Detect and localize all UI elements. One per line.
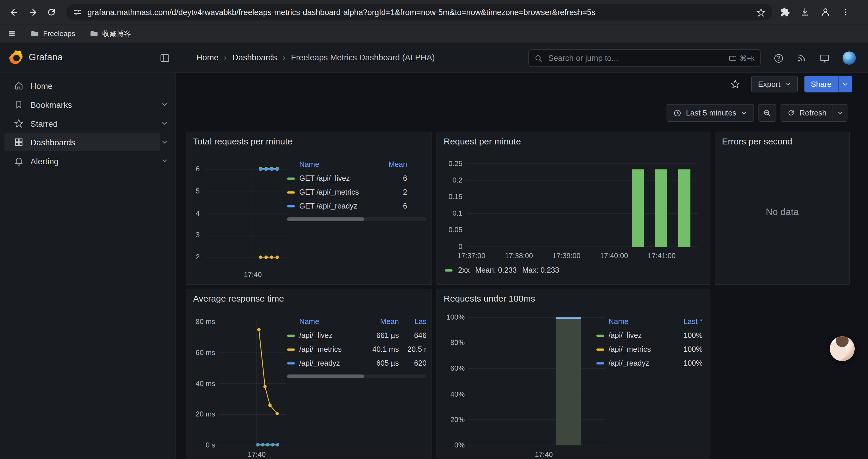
display-icon[interactable] bbox=[819, 53, 830, 64]
profile-icon[interactable] bbox=[820, 6, 831, 18]
panel-average-response-time: Average response time 80 ms60 ms40 ms20 … bbox=[186, 289, 432, 458]
panel-title[interactable]: Average response time bbox=[193, 294, 284, 304]
series-name[interactable]: /api/_livez bbox=[299, 331, 367, 340]
chevron-down-icon[interactable] bbox=[161, 138, 168, 145]
series-color-chip bbox=[596, 348, 604, 350]
sidebar: Home Bookmarks Starred bbox=[0, 73, 176, 459]
series-name[interactable]: GET /api/_metrics bbox=[299, 188, 380, 196]
chevron-down-icon bbox=[784, 80, 791, 87]
share-menu-button[interactable] bbox=[838, 76, 852, 93]
legend-header-name[interactable]: Name bbox=[596, 318, 671, 326]
legend-header-mean[interactable]: Mean bbox=[367, 318, 399, 326]
series-name[interactable]: /api/_readyz bbox=[299, 359, 367, 367]
series-mean: 40.1 ms bbox=[367, 345, 399, 353]
sidebar-item-dashboards[interactable]: Dashboards bbox=[0, 133, 176, 152]
export-button[interactable]: Export bbox=[751, 76, 797, 93]
search-input[interactable] bbox=[547, 53, 724, 63]
scrollbar-thumb[interactable] bbox=[287, 218, 364, 221]
share-button[interactable]: Share bbox=[804, 76, 838, 93]
grafana-home-link[interactable]: Grafana bbox=[9, 50, 63, 65]
series-mean: 661 µs bbox=[367, 331, 399, 340]
reload-icon[interactable] bbox=[42, 3, 61, 22]
dashboards-icon bbox=[14, 137, 24, 147]
favorite-star-icon[interactable] bbox=[730, 79, 740, 89]
sidebar-item-bookmarks[interactable]: Bookmarks bbox=[0, 95, 176, 114]
series-name[interactable]: /api/_readyz bbox=[609, 359, 671, 367]
no-data-message: No data bbox=[715, 207, 849, 218]
chevron-down-icon[interactable] bbox=[161, 157, 168, 164]
address-bar[interactable]: grafana.mathmast.com/d/deytv4rwavabkb/fr… bbox=[66, 4, 772, 21]
series-name[interactable]: /api/_livez bbox=[609, 331, 671, 340]
zoom-out-icon bbox=[763, 109, 771, 117]
series-name[interactable]: GET /api/_livez bbox=[299, 174, 380, 183]
sidebar-item-alerting[interactable]: Alerting bbox=[0, 152, 176, 170]
legend-header-name[interactable]: Name bbox=[287, 318, 367, 326]
search-box[interactable]: ⌘+k bbox=[528, 49, 761, 67]
extensions-icon[interactable] bbox=[780, 7, 790, 17]
series-mean: Mean: 0.233 bbox=[475, 266, 517, 274]
series-mean: 2 bbox=[380, 188, 407, 196]
refresh-button[interactable]: Refresh bbox=[780, 104, 833, 122]
keyboard-icon bbox=[728, 54, 737, 62]
news-rss-icon[interactable] bbox=[797, 53, 807, 63]
y-axis: 100%80%60%40%20%0% bbox=[437, 314, 465, 449]
sidebar-item-home[interactable]: Home bbox=[0, 76, 176, 95]
bar-chart bbox=[466, 161, 698, 252]
folder-icon bbox=[90, 29, 98, 38]
star-icon bbox=[14, 119, 24, 129]
zoom-out-button[interactable] bbox=[758, 104, 776, 122]
series-color-chip bbox=[287, 362, 295, 364]
series-name[interactable]: GET /api/_readyz bbox=[299, 202, 380, 210]
breadcrumb-home[interactable]: Home bbox=[196, 53, 219, 62]
legend-scrollbar[interactable] bbox=[287, 218, 427, 221]
refresh-interval-button[interactable] bbox=[833, 104, 848, 122]
site-settings-icon[interactable] bbox=[73, 8, 82, 17]
sidebar-item-starred[interactable]: Starred bbox=[0, 114, 176, 133]
chevron-down-icon[interactable] bbox=[161, 119, 168, 126]
breadcrumb-dashboards[interactable]: Dashboards bbox=[232, 53, 277, 62]
series-name[interactable]: /api/_metrics bbox=[609, 345, 671, 353]
chevron-down-icon[interactable] bbox=[161, 101, 168, 108]
legend-row: /api/_readyz 605 µs 620 bbox=[287, 356, 427, 370]
legend-scrollbar[interactable] bbox=[287, 374, 427, 379]
help-icon[interactable] bbox=[773, 53, 784, 64]
bookmark-star-icon[interactable] bbox=[756, 7, 766, 17]
legend-row: /api/_livez 661 µs 646 bbox=[287, 328, 427, 342]
apps-grid-icon[interactable] bbox=[8, 29, 16, 37]
panel-title[interactable]: Errors per second bbox=[722, 137, 793, 147]
legend-header-name[interactable]: Name bbox=[287, 160, 380, 169]
series-last: 100% bbox=[670, 359, 703, 367]
browser-menu-icon[interactable] bbox=[841, 8, 850, 17]
sidebar-toggle-icon[interactable] bbox=[159, 53, 170, 64]
time-range-picker[interactable]: Last 5 minutes bbox=[666, 104, 754, 122]
series-last: 100% bbox=[670, 331, 703, 340]
series-color-chip bbox=[287, 205, 295, 207]
legend-header-mean[interactable]: Mean bbox=[380, 160, 407, 169]
legend-header-last[interactable]: Last * bbox=[670, 318, 703, 326]
scrollbar-thumb[interactable] bbox=[287, 374, 364, 379]
panel-errors-per-second: Errors per second No data bbox=[715, 132, 850, 285]
screen: grafana.mathmast.com/d/deytv4rwavabkb/fr… bbox=[0, 0, 868, 459]
series-name[interactable]: 2xx bbox=[458, 266, 469, 274]
downloads-icon[interactable] bbox=[800, 7, 810, 17]
x-axis-tick: 17:41:00 bbox=[642, 252, 681, 260]
series-color-chip bbox=[445, 269, 452, 271]
grafana-logo-icon bbox=[9, 50, 23, 65]
legend-row: GET /api/_readyz 6 bbox=[287, 199, 427, 213]
user-avatar[interactable] bbox=[843, 52, 856, 65]
bookmark-folder-blog[interactable]: 收藏博客 bbox=[90, 28, 131, 38]
grafana-brand: Grafana bbox=[29, 52, 63, 63]
series-name[interactable]: /api/_metrics bbox=[299, 345, 367, 353]
line-chart bbox=[219, 318, 286, 451]
assistant-avatar[interactable] bbox=[830, 336, 855, 361]
panel-title[interactable]: Requests under 100ms bbox=[444, 294, 535, 304]
series-color-chip bbox=[287, 177, 295, 179]
bookmark-folder-freeleaps[interactable]: Freeleaps bbox=[30, 29, 75, 38]
legend-header-last[interactable]: Las bbox=[399, 318, 427, 326]
series-last: 620 bbox=[399, 359, 427, 367]
panel-title[interactable]: Request per minute bbox=[444, 137, 521, 147]
forward-icon[interactable] bbox=[23, 3, 42, 22]
panel-title[interactable]: Total requests per minute bbox=[193, 137, 292, 147]
back-icon[interactable] bbox=[4, 3, 23, 22]
legend-table: Name Mean Las /api/_livez 661 µs 646 /ap… bbox=[287, 315, 427, 378]
